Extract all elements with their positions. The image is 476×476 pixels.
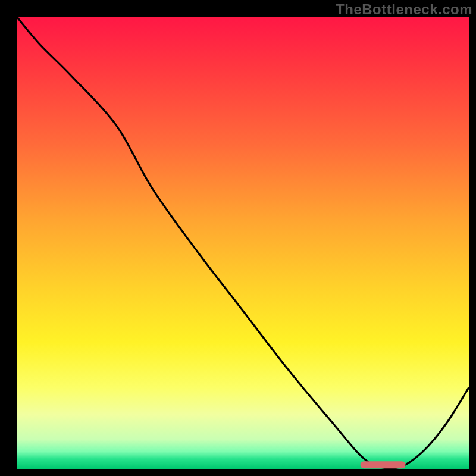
- plot-area: [17, 17, 469, 469]
- chart-frame: TheBottleneck.com: [0, 0, 476, 476]
- watermark-text: TheBottleneck.com: [336, 1, 472, 18]
- optimal-marker: [361, 461, 406, 468]
- optimal-marker-layer: [17, 17, 469, 469]
